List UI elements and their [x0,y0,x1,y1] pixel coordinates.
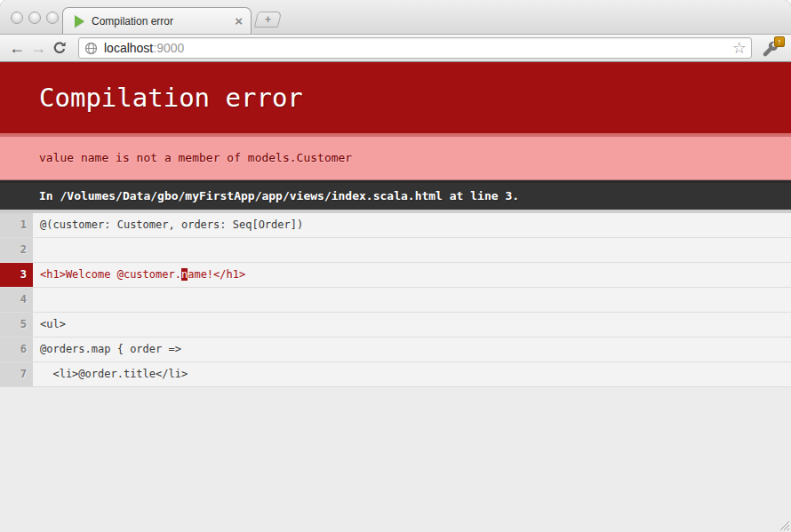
line-number: 1 [0,213,33,237]
close-window-button[interactable] [11,12,23,24]
line-code [33,238,791,262]
line-number: 7 [0,362,33,386]
settings-menu-button[interactable]: ↑ [760,36,785,60]
new-tab-button[interactable]: + [254,12,282,28]
code-line: 1@(customer: Customer, orders: Seq[Order… [0,210,791,238]
code-line-error: 3<h1>Welcome @customer.name!</h1> [0,263,791,288]
line-number: 3 [0,263,33,287]
line-number: 5 [0,313,33,337]
plus-icon: + [265,15,271,24]
browser-window: Compilation error × + ← → localhost [0,0,791,532]
line-code: @(customer: Customer, orders: Seq[Order]… [33,213,791,237]
code-line: 6@orders.map { order => [0,337,791,362]
url-host: localhost [104,41,153,55]
page-title: Compilation error [0,62,791,133]
url-port: :9000 [153,41,184,55]
tab-strip: Compilation error × + [0,0,791,35]
bookmark-star-icon[interactable]: ☆ [732,41,747,55]
code-line: 4 [0,288,791,313]
line-number: 2 [0,238,33,262]
line-number: 4 [0,288,33,312]
tab-compilation-error[interactable]: Compilation error × [62,7,252,34]
reload-icon [52,41,67,55]
line-code: @orders.map { order => [33,337,791,361]
forward-button[interactable]: → [28,40,49,56]
error-location: In /Volumes/Data/gbo/myFirstApp/app/view… [0,180,791,210]
line-number: 6 [0,337,33,361]
minimize-window-button[interactable] [28,12,41,24]
code-listing: 1@(customer: Customer, orders: Seq[Order… [0,210,791,387]
line-code [33,288,791,312]
zoom-window-button[interactable] [46,12,59,24]
back-button[interactable]: ← [6,40,28,56]
code-line: 2 [0,238,791,263]
line-code: <ul> [33,313,791,337]
address-bar[interactable]: localhost :9000 ☆ [78,37,752,59]
window-controls [11,12,59,24]
error-detail: value name is not a member of models.Cus… [0,133,791,180]
code-line: 5<ul> [0,313,791,337]
error-page: Compilation error value name is not a me… [0,62,791,532]
line-code: <li>@order.title</li> [33,362,791,386]
resize-grip[interactable] [779,520,790,531]
code-line: 7 <li>@order.title</li> [0,362,791,387]
navigation-bar: ← → localhost :9000 ☆ ↑ [0,35,791,62]
tab-title: Compilation error [92,15,235,28]
reload-button[interactable] [49,41,70,55]
globe-icon [84,42,98,55]
tab-close-icon[interactable]: × [235,15,243,28]
play-framework-favicon [75,15,84,28]
update-badge: ↑ [774,36,785,47]
line-code: <h1>Welcome @customer.name!</h1> [33,263,791,287]
